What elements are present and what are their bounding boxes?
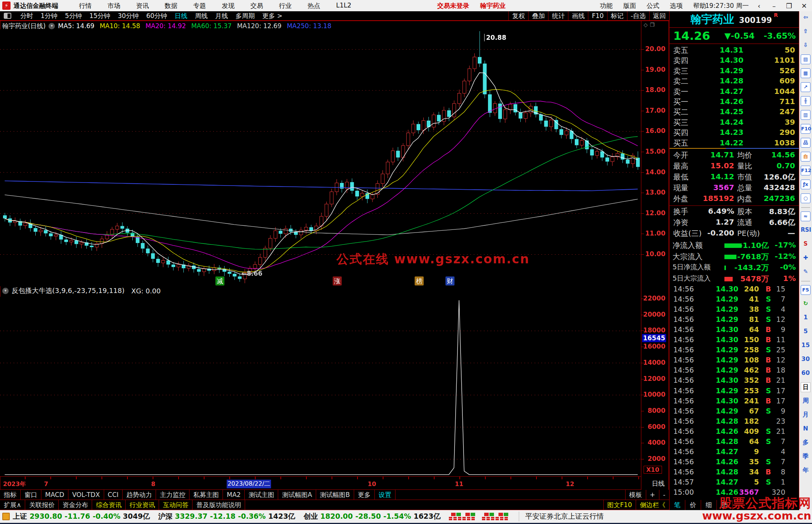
period-30分钟[interactable]: 30分钟 [114, 12, 142, 20]
formula-icon[interactable]: ƒx [801, 180, 810, 189]
period-周线[interactable]: 周线 [191, 12, 212, 20]
block-tree-icon[interactable]: 品 [801, 138, 810, 148]
bid-row[interactable]: 买二14.25247 [670, 107, 799, 117]
menu-item-版面[interactable]: 版面 [618, 2, 641, 10]
rail-period-季[interactable]: 季 [801, 452, 810, 462]
indicator-tab-VOL-TDX[interactable]: VOL-TDX [68, 490, 104, 500]
transaction-row[interactable]: 14:5614.2981S12 [670, 315, 799, 325]
menu-item-资讯[interactable]: 资讯 [128, 2, 157, 10]
info-tab-行业资讯[interactable]: 行业资讯 [126, 500, 159, 510]
index-quote-创业[interactable]: 创业 1820.00 -28.50 -1.54% 1623亿 [303, 512, 441, 521]
transaction-row[interactable]: 14:5614.2635S7 [670, 458, 799, 468]
up-arrow-icon[interactable]: ⇧ [801, 27, 810, 36]
menu-item-热点[interactable]: 热点 [300, 2, 328, 10]
indicator-tab-设置[interactable]: 设置 [375, 490, 395, 500]
menu-item-功能[interactable]: 功能 [595, 2, 618, 10]
menu-item-交易[interactable]: 交易 [242, 2, 271, 10]
toolbar-button--自选[interactable]: -自选 [627, 11, 649, 20]
back-arrow-icon[interactable]: ⇦ [801, 13, 810, 23]
transaction-row[interactable]: 14:5614.2864S7 [670, 437, 799, 447]
panel-tab-笔[interactable]: 笔 [670, 500, 685, 510]
indicator-tab-窗口[interactable]: 窗口 [21, 490, 41, 500]
menu-item-行情[interactable]: 行情 [71, 2, 100, 10]
menu-item-选项[interactable]: 选项 [665, 2, 688, 10]
indicator-tab-CCI[interactable]: CCI [104, 490, 123, 500]
quote-grid-icon[interactable]: ▦ [801, 68, 810, 78]
transaction-row[interactable]: 14:5614.30352B21 [670, 376, 799, 386]
tab-模板[interactable]: 模板 [625, 490, 646, 500]
index-quote-沪深[interactable]: 沪深 3329.37 -12.18 -0.36% 1423亿 [158, 512, 295, 521]
transaction-row[interactable]: 14:5614.2967S9 [670, 407, 799, 417]
transaction-row[interactable]: 14:5614.26409S21 [670, 427, 799, 437]
indicator-tab-测试主图[interactable]: 测试主图 [245, 490, 278, 500]
tab-图文F10[interactable]: 图文F10 [603, 500, 636, 510]
toolbar-button-复权[interactable]: 复权 [508, 11, 528, 20]
event-marker-财[interactable]: 财 [445, 276, 454, 285]
period-多周期[interactable]: 多周期 [232, 12, 259, 20]
indicator-tab-指标[interactable]: 指标 [0, 490, 21, 500]
back-button[interactable]: ‹ [753, 2, 765, 10]
multi-line-icon[interactable]: ≈ [801, 211, 810, 221]
transaction-row[interactable]: 14:5714.275S1 [670, 478, 799, 488]
period-日线[interactable]: 日线 [171, 12, 191, 20]
login-status[interactable]: 交易未登录 [437, 2, 469, 10]
trend-line-icon[interactable]: ↗ [801, 82, 810, 92]
rail-period-N[interactable]: N [801, 424, 810, 434]
toolbar-button-统计[interactable]: 统计 [548, 11, 568, 20]
bid-row[interactable]: 买三14.2439 [670, 118, 799, 128]
report-icon[interactable]: ▤ [801, 54, 810, 64]
menu-item-数据[interactable]: 数据 [157, 2, 185, 10]
index-quote-上证[interactable]: 上证 2930.80 -11.76 -0.40% 3049亿 [13, 512, 150, 521]
period-分时[interactable]: 分时 [17, 12, 37, 20]
indicator-tab-趋势动力[interactable]: 趋势动力 [123, 490, 156, 500]
indicator-chart[interactable] [0, 297, 641, 476]
transaction-row[interactable]: 14:5614.29258S25 [670, 346, 799, 356]
event-marker-榜[interactable]: 榜 [415, 276, 424, 285]
rail-period-30[interactable]: 30 [801, 355, 810, 364]
transaction-row[interactable]: 14:5614.2834B8 [670, 468, 799, 478]
maximize-button[interactable]: ❐ [783, 2, 795, 10]
info-tab-普及版功能说明[interactable]: 普及版功能说明 [192, 500, 245, 510]
refresh-icon[interactable]: ↻ [801, 299, 810, 309]
indicator-tab-MA2[interactable]: MA2 [223, 490, 245, 500]
transaction-row[interactable]: 14:5614.29253S17 [670, 387, 799, 397]
down-arrow-icon[interactable]: ⇩ [801, 41, 810, 50]
news-pages-icon[interactable]: ▥ [801, 110, 810, 120]
toolbar-button-画线[interactable]: 画线 [568, 11, 588, 20]
indicator-tab-更多[interactable]: 更多 [354, 490, 375, 500]
f5-icon[interactable]: F5 [801, 285, 810, 295]
s-red-icon[interactable]: S [801, 239, 810, 249]
transaction-row[interactable]: 14:5614.2941S7 [670, 295, 799, 305]
bid-row[interactable]: 买一14.26711 [670, 97, 799, 107]
main-candle-chart[interactable] [0, 29, 641, 286]
circle-icon[interactable]: ○ [801, 193, 810, 203]
indicator-tab-MACD[interactable]: MACD [41, 490, 68, 500]
custom-stock-icon[interactable]: 自 [801, 152, 810, 162]
transaction-row[interactable]: 14:5614.30241B17 [670, 397, 799, 407]
transaction-row[interactable]: 14:5614.2794 [670, 447, 799, 458]
kline-icon[interactable]: ╫ [801, 96, 810, 106]
current-stock-link[interactable]: 翰宇药业 [480, 2, 506, 10]
menu-item-发现[interactable]: 发现 [214, 2, 242, 10]
menu-item-专题[interactable]: 专题 [185, 2, 214, 10]
toolbar-button-返回[interactable]: 返回 [649, 11, 669, 20]
rail-period-60[interactable]: 60 [801, 368, 810, 378]
event-marker-减[interactable]: 减 [215, 276, 224, 285]
rsi-icon[interactable]: RSI [801, 225, 810, 235]
period-1分钟[interactable]: 1分钟 [37, 12, 61, 20]
rail-period-日[interactable]: 日 [801, 382, 810, 392]
info-tab-资金分布[interactable]: 资金分布 [59, 500, 92, 510]
menu-item-L1L2[interactable]: L1L2 [328, 2, 359, 10]
close-button[interactable]: ✕ [798, 2, 810, 10]
indicator-tab-测试幅图A[interactable]: 测试幅图A [278, 490, 316, 500]
tab-侧边栏《[interactable]: 侧边栏《 [636, 500, 669, 510]
transaction-row[interactable]: 14:5614.29108B12 [670, 356, 799, 366]
ask-row[interactable]: 卖五14.3150 [670, 45, 799, 56]
market-status-icon[interactable] [2, 513, 10, 520]
rail-period-多[interactable]: 多 [801, 438, 810, 448]
menu-item-市场[interactable]: 市场 [100, 2, 128, 10]
ask-row[interactable]: 卖四14.301101 [670, 56, 799, 66]
layout-toggle-icon[interactable] [4, 13, 11, 19]
transaction-row[interactable]: 14:5614.30150B11 [670, 335, 799, 346]
menu-item-行业[interactable]: 行业 [271, 2, 300, 10]
